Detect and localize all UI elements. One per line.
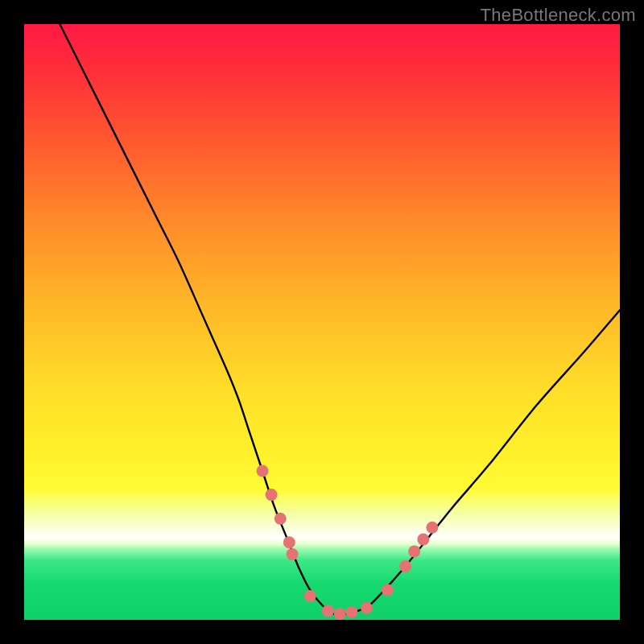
dot (257, 465, 269, 477)
dot (426, 522, 438, 534)
dot (275, 513, 287, 525)
dot (266, 489, 278, 501)
dot (382, 584, 394, 597)
dot (334, 608, 346, 620)
plot-area (24, 24, 620, 620)
dot (361, 602, 373, 614)
chart-frame: TheBottleneck.com (0, 0, 644, 644)
dot (417, 534, 429, 546)
dot (287, 548, 299, 560)
dot (346, 606, 358, 618)
dot (322, 605, 334, 617)
dot (304, 590, 316, 602)
dot (399, 560, 411, 572)
curve-svg (24, 24, 620, 620)
watermark-text: TheBottleneck.com (481, 5, 636, 26)
highlight-dots (257, 465, 439, 621)
bottleneck-curve (60, 24, 620, 615)
dot (283, 536, 295, 548)
dot (408, 545, 420, 557)
